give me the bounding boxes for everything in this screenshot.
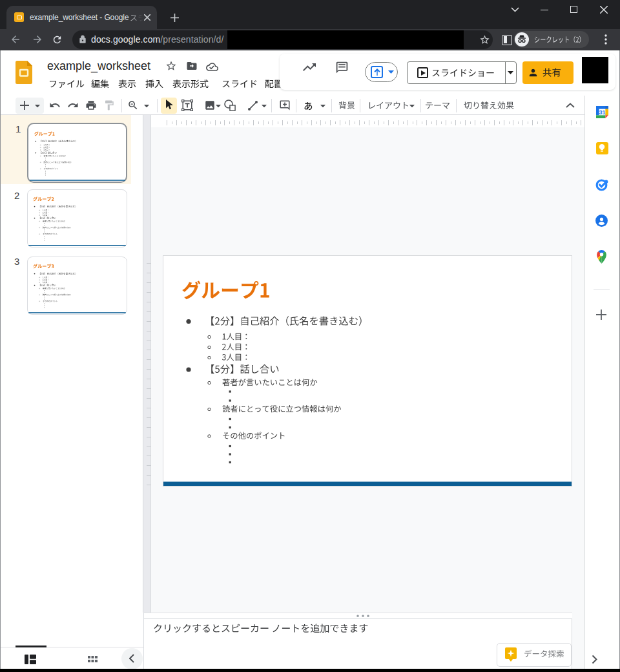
svg-text:31: 31 <box>599 109 605 115</box>
